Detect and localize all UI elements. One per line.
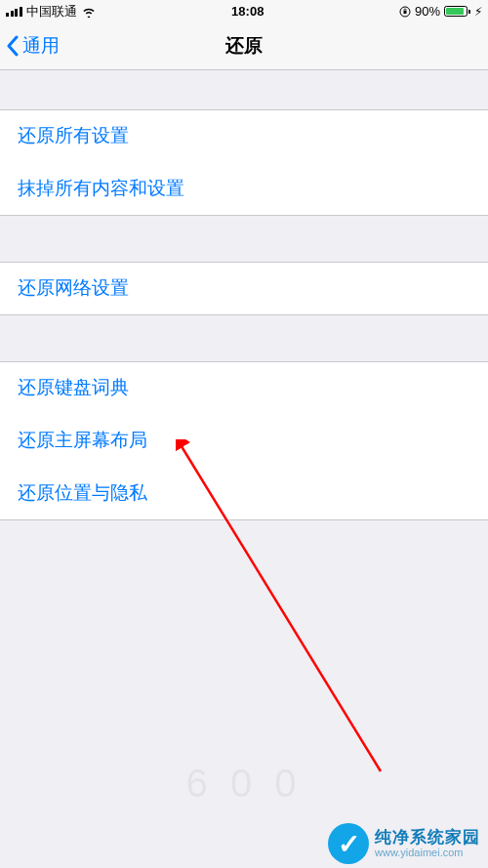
navigation-bar: 通用 还原: [0, 22, 488, 70]
cell-label: 还原网络设置: [18, 277, 129, 298]
reset-location-privacy-button[interactable]: 还原位置与隐私: [0, 467, 488, 519]
cell-label: 还原键盘词典: [18, 377, 129, 397]
brand-logo-icon: ✓: [328, 823, 369, 864]
brand-name: 纯净系统家园: [375, 828, 480, 847]
charging-icon: ⚡︎: [474, 5, 482, 19]
reset-home-screen-layout-button[interactable]: 还原主屏幕布局: [0, 414, 488, 467]
cell-label: 还原位置与隐私: [18, 482, 147, 503]
section-spacer: [0, 70, 488, 109]
back-button[interactable]: 通用: [0, 33, 60, 59]
cell-label: 抹掉所有内容和设置: [18, 178, 184, 198]
watermark-center: 6 0 0: [186, 762, 303, 806]
section-spacer: [0, 215, 488, 262]
wifi-icon: [81, 6, 97, 18]
reset-network-settings-button[interactable]: 还原网络设置: [0, 262, 488, 314]
status-left: 中国联通: [6, 3, 97, 21]
status-bar: 中国联通 18:08 90% ⚡︎: [0, 0, 488, 22]
reset-all-settings-button[interactable]: 还原所有设置: [0, 109, 488, 162]
rotation-lock-icon: [399, 6, 411, 18]
clock: 18:08: [231, 4, 264, 19]
erase-all-content-button[interactable]: 抹掉所有内容和设置: [0, 162, 488, 215]
carrier-label: 中国联通: [26, 3, 77, 21]
watermark-brand: ✓ 纯净系统家园 www.yidaimei.com: [306, 819, 488, 868]
svg-rect-1: [403, 11, 406, 14]
brand-url: www.yidaimei.com: [375, 847, 480, 859]
battery-icon: [444, 6, 470, 17]
cell-label: 还原主屏幕布局: [18, 430, 147, 450]
status-right: 90% ⚡︎: [399, 4, 482, 19]
reset-keyboard-dictionary-button[interactable]: 还原键盘词典: [0, 361, 488, 414]
chevron-left-icon: [6, 35, 20, 57]
section-spacer: [0, 314, 488, 361]
page-title: 还原: [0, 33, 488, 59]
signal-strength-icon: [6, 6, 22, 17]
back-label: 通用: [22, 33, 60, 59]
battery-percent: 90%: [415, 4, 440, 19]
cell-label: 还原所有设置: [18, 125, 129, 145]
